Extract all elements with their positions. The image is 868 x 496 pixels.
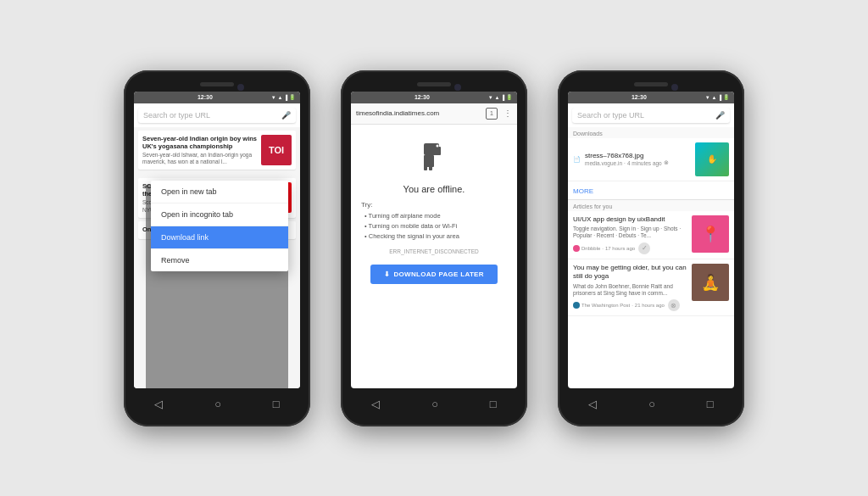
phone-1-article-1[interactable]: Seven-year-old Indian origin boy wins UK… <box>138 131 296 170</box>
phone-1-article-1-body: Seven-year-old Ishwar, an Indian-origin … <box>142 152 258 166</box>
phone-1-article-1-title: Seven-year-old Indian origin boy wins UK… <box>142 135 258 150</box>
phone-3-time: 12:30 <box>632 94 647 100</box>
phone-2-camera <box>454 84 461 91</box>
phone-3-download-item[interactable]: 📄 stress–768x768.jpg media.vogue.in · 4 … <box>568 138 734 181</box>
phone-2-speaker <box>417 82 451 86</box>
phone-1-nav-bar: ◁ ○ □ <box>129 393 305 416</box>
back-icon[interactable]: ◁ <box>154 398 163 410</box>
phone-3-article-2-thumb: 🧘 <box>692 264 729 301</box>
phone-1-mic-icon: 🎤 <box>281 111 291 120</box>
svg-rect-1 <box>434 147 441 155</box>
home-icon[interactable]: ○ <box>214 398 221 410</box>
offline-indicator-1: ✓ <box>638 242 650 254</box>
phone-1-camera <box>237 84 244 91</box>
svg-rect-5 <box>429 165 432 170</box>
phone-2-url-text: timesofindia.indiatimes.com <box>356 109 482 117</box>
context-menu-item-new-tab[interactable]: Open in new tab <box>151 181 288 203</box>
phone-1: 12:30 ▼ ▲ ▐ 🔋 Search or type URL 🎤 Seven… <box>124 70 310 426</box>
phone-3-article-2-title: You may be getting older, but you can st… <box>573 264 688 281</box>
download-icon: ⬇ <box>384 270 390 278</box>
recent-icon[interactable]: □ <box>273 398 280 410</box>
phones-container: 12:30 ▼ ▲ ▐ 🔋 Search or type URL 🎤 Seven… <box>0 0 868 496</box>
phone-2-time: 12:30 <box>415 94 430 100</box>
phone-1-content: Seven-year-old Indian origin boy wins UK… <box>134 127 300 388</box>
phone-3-articles-label: Articles for you <box>568 200 734 211</box>
phone-2-status-icons: ▼ ▲ ▐ 🔋 <box>488 94 512 100</box>
phone-1-article-1-thumb: TOI <box>261 135 292 165</box>
recent-icon-p2[interactable]: □ <box>490 398 497 410</box>
phone-3-dl-meta: media.vogue.in · 4 minutes ago ⊗ <box>585 159 691 166</box>
phone-2-try-label: Try: <box>361 201 372 209</box>
phone-1-search-placeholder: Search or type URL <box>143 111 210 120</box>
phone-2-screen: 12:30 ▼ ▲ ▐ 🔋 timesofindia.indiatimes.co… <box>351 92 517 388</box>
phone-2-status-bar: 12:30 ▼ ▲ ▐ 🔋 <box>351 92 517 103</box>
phone-3-camera <box>671 84 678 91</box>
document-icon: 📄 <box>573 156 581 163</box>
phone-1-status-icons: ▼ ▲ ▐ 🔋 <box>271 94 295 100</box>
phone-3-screen: 12:30 ▼ ▲ ▐ 🔋 Search or type URL 🎤 Downl… <box>568 92 734 388</box>
phone-2-offline-title: You are offline. <box>403 184 465 194</box>
back-icon-p2[interactable]: ◁ <box>371 398 380 410</box>
recent-icon-p3[interactable]: □ <box>707 398 714 410</box>
home-icon-p3[interactable]: ○ <box>648 398 655 410</box>
phone-1-articles: Seven-year-old Indian origin boy wins UK… <box>134 127 300 177</box>
phone-3-article-1-meta: Dribbble · 17 hours ago ✓ <box>573 242 688 254</box>
phone-3-article-2-meta: The Washington Post · 21 hours ago ⊗ <box>573 299 688 311</box>
phone-3-status-bar: 12:30 ▼ ▲ ▐ 🔋 <box>568 92 734 103</box>
phone-2-url-bar[interactable]: timesofindia.indiatimes.com 1 ⋮ <box>351 103 517 125</box>
back-icon-p3[interactable]: ◁ <box>588 398 597 410</box>
phone-3-downloads-label: Downloads <box>568 127 734 138</box>
phone-3-nav-bar: ◁ ○ □ <box>563 393 739 416</box>
svg-rect-4 <box>424 165 427 170</box>
svg-point-6 <box>437 144 439 147</box>
dribbble-dot <box>573 245 580 252</box>
phone-2-bullet-3: • Checking the signal in your area <box>361 231 459 242</box>
phone-3-mic-icon: 🎤 <box>715 111 725 120</box>
phone-3-article-1-body: Toggle navigation. Sign in · Sign up · S… <box>573 226 688 240</box>
phone-3-article-1-thumb: 📍 <box>692 215 729 253</box>
phone-3-search-placeholder: Search or type URL <box>577 111 644 120</box>
phone-2-offline-content: You are offline. Try: • Turning off airp… <box>351 125 517 294</box>
phone-1-time: 12:30 <box>198 94 213 100</box>
phone-3-article-2-body: What do John Boehner, Bonnie Raitt and p… <box>573 283 688 298</box>
svg-rect-3 <box>429 155 434 167</box>
phone-1-search-bar[interactable]: Search or type URL 🎤 <box>138 108 296 123</box>
phone-1-speaker <box>200 82 234 86</box>
context-menu-item-download[interactable]: Download link <box>151 226 288 249</box>
phone-2-error-code: ERR_INTERNET_DISCONNECTED <box>389 248 478 254</box>
context-menu-item-incognito[interactable]: Open in incognito tab <box>151 203 288 226</box>
more-button[interactable]: MORE <box>568 183 734 200</box>
phone-2-tab-count[interactable]: 1 <box>486 108 498 120</box>
phone-3-dl-thumb: ✋ <box>695 142 729 176</box>
phone-3-speaker <box>634 82 668 86</box>
phone-3-dl-filename: stress–768x768.jpg <box>585 152 691 159</box>
offline-indicator-2: ⊗ <box>668 299 680 311</box>
phone-2: 12:30 ▼ ▲ ▐ 🔋 timesofindia.indiatimes.co… <box>341 70 527 426</box>
phone-1-screen: 12:30 ▼ ▲ ▐ 🔋 Search or type URL 🎤 Seven… <box>134 92 300 388</box>
context-menu-item-remove[interactable]: Remove <box>151 249 288 271</box>
download-page-later-button[interactable]: ⬇ DOWNLOAD PAGE LATER <box>370 265 498 284</box>
home-icon-p2[interactable]: ○ <box>431 398 438 410</box>
phone-3: 12:30 ▼ ▲ ▐ 🔋 Search or type URL 🎤 Downl… <box>558 70 744 426</box>
phone-2-nav-bar: ◁ ○ □ <box>346 393 522 416</box>
phone-3-article-2[interactable]: You may be getting older, but you can st… <box>568 259 734 317</box>
phone-3-status-icons: ▼ ▲ ▐ 🔋 <box>705 94 729 100</box>
phone-2-bullet-1: • Turning off airplane mode <box>361 211 441 221</box>
phone-3-search-bar[interactable]: Search or type URL 🎤 <box>572 108 730 123</box>
phone-1-context-menu: Open in new tab Open in incognito tab Do… <box>151 181 288 271</box>
phone-1-status-bar: 12:30 ▼ ▲ ▐ 🔋 <box>134 92 300 103</box>
dino-icon <box>417 142 451 177</box>
phone-3-article-1-title: UI/UX app design by uixBandit <box>573 215 688 224</box>
phone-2-bullet-2: • Turning on mobile data or Wi-Fi <box>361 221 457 231</box>
phone-3-article-1[interactable]: UI/UX app design by uixBandit Toggle nav… <box>568 211 734 259</box>
wp-dot <box>573 302 580 309</box>
phone-2-more-icon[interactable]: ⋮ <box>501 109 512 118</box>
